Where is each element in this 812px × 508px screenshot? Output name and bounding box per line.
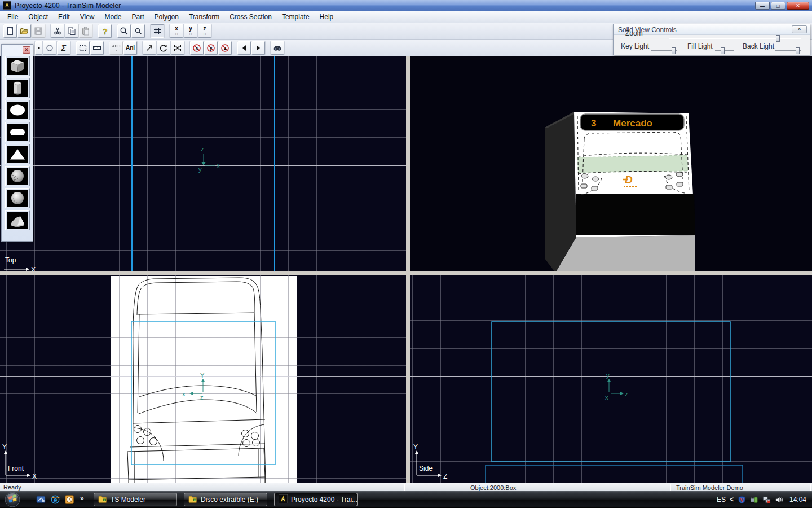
taskbar-button-proyecto-4200-trai-[interactable]: Proyecto 4200 - Trai... (274, 493, 358, 506)
save-button[interactable] (32, 24, 45, 38)
mirror-y-button[interactable]: y↔ (184, 24, 197, 38)
back-light-slider-thumb[interactable] (796, 47, 800, 54)
move-button[interactable] (143, 41, 156, 55)
menu-item-mode[interactable]: Mode (100, 12, 127, 22)
internet-explorer-icon[interactable]: e (50, 494, 61, 505)
origin-axis-marker: y x z (602, 371, 632, 401)
quick-launch-overflow-chevron[interactable]: » (80, 494, 84, 502)
svg-text:x: x (605, 394, 608, 401)
palette-close-icon[interactable]: ✕ (23, 46, 30, 54)
svg-text:y: y (606, 372, 610, 379)
menu-item-file[interactable]: File (2, 12, 23, 22)
taskbar-button-disco-extra-ble-e-[interactable]: Disco extraíble (E:) (184, 493, 267, 506)
close-button[interactable]: ✕ (787, 2, 809, 10)
back-light-slider-track[interactable] (775, 50, 801, 51)
new-button[interactable] (3, 24, 17, 38)
copy-button[interactable] (65, 24, 78, 38)
status-object-panel: Object:2000:Box (467, 484, 671, 491)
svc-close-icon[interactable]: ✕ (792, 25, 807, 33)
taskbar-button-ts-modeler[interactable]: TS Modeler (94, 493, 177, 506)
svc-title-bar[interactable]: Solid View Controls ✕ (614, 24, 810, 35)
next-button[interactable] (251, 41, 265, 55)
viewport-side[interactable]: y x z Y Side Z (410, 275, 812, 483)
start-button[interactable] (5, 492, 20, 507)
svg-text:V: V (740, 497, 744, 502)
animation-button[interactable]: Ani (123, 41, 137, 55)
palette-item-sphere[interactable] (5, 188, 30, 208)
add-point-button[interactable]: ADD▪ (109, 41, 123, 55)
minimize-button[interactable]: ▬ (755, 2, 770, 10)
spline-button[interactable]: Σ (57, 41, 70, 55)
key-light-slider-track[interactable] (651, 50, 677, 51)
menu-item-object[interactable]: Object (23, 12, 53, 22)
show-desktop-icon[interactable] (36, 494, 47, 505)
origin-axis-marker: Y x z (179, 371, 210, 401)
svg-text:x: x (182, 391, 186, 397)
zoom-slider-thumb[interactable] (776, 35, 780, 42)
zoom-slider-track[interactable] (669, 38, 801, 39)
palette-item-cylinder[interactable] (5, 78, 30, 98)
lock-y-button[interactable]: y (204, 41, 218, 55)
bus-model: 3 Mercado (410, 56, 812, 271)
title-bar: Proyecto 4200 - TrainSim Modeler ▬ ▢ ✕ (0, 0, 812, 11)
menu-item-edit[interactable]: Edit (53, 12, 75, 22)
palette-item-capsule[interactable] (5, 122, 30, 142)
svg-text:3: 3 (591, 118, 596, 129)
taskbar-clock[interactable]: 14:04 (789, 496, 806, 503)
fill-light-slider-thumb[interactable] (721, 47, 725, 54)
clock-launcher-icon[interactable] (64, 494, 75, 505)
power-plug-icon[interactable] (750, 496, 758, 504)
help-button[interactable]: ? (98, 24, 112, 38)
fill-light-slider-track[interactable] (715, 50, 734, 51)
trainsim-modeler-window: Proyecto 4200 - TrainSim Modeler ▬ ▢ ✕ F… (0, 0, 812, 491)
rotate-button[interactable] (157, 41, 170, 55)
svg-text:Y: Y (200, 372, 205, 379)
maximize-button[interactable]: ▢ (771, 2, 785, 10)
antivirus-shield-icon[interactable]: V (738, 496, 746, 504)
menu-item-part[interactable]: Part (127, 12, 149, 22)
find-button[interactable] (271, 41, 284, 55)
viewport-solid-3d[interactable]: 3 Mercado (410, 56, 812, 271)
language-indicator[interactable]: ES (717, 496, 726, 503)
lock-z-button[interactable]: z (218, 41, 232, 55)
status-message: Ready (3, 484, 21, 491)
menu-item-polygon[interactable]: Polygon (149, 12, 184, 22)
viewport-top[interactable]: z y x Top X (0, 56, 406, 271)
circle-button[interactable] (43, 41, 56, 55)
palette-item-sphere-flat[interactable] (5, 100, 30, 120)
svg-text:z: z (625, 391, 628, 397)
palette-item-box[interactable] (5, 56, 30, 76)
app-icon (3, 1, 11, 10)
viewport-front[interactable]: Y x z Y Front X (0, 275, 406, 483)
menu-item-transform[interactable]: Transform (184, 12, 224, 22)
taskbar: e » TS ModelerDisco extraíble (E:)Proyec… (0, 491, 812, 508)
open-button[interactable] (17, 24, 31, 38)
palette-item-hemisphere[interactable] (5, 210, 30, 230)
viewport-label-top: Top X (2, 255, 42, 271)
scale-button[interactable] (171, 41, 184, 55)
menu-item-cross-section[interactable]: Cross Section (224, 12, 277, 22)
lock-x-button[interactable]: x (190, 41, 204, 55)
grid-toggle-button[interactable] (151, 24, 164, 38)
key-light-slider-thumb[interactable] (672, 47, 676, 54)
measure-button[interactable] (90, 41, 104, 55)
mirror-x-button[interactable]: x↔ (170, 24, 183, 38)
point-button[interactable] (35, 41, 42, 55)
zoom-in-button[interactable] (117, 24, 131, 38)
marquee-select-button[interactable] (76, 41, 90, 55)
previous-button[interactable] (237, 41, 251, 55)
paste-button[interactable] (79, 24, 92, 38)
tray-expand-chevron[interactable]: < (730, 496, 734, 503)
zoom-out-button[interactable] (131, 24, 145, 38)
menu-item-template[interactable]: Template (277, 12, 315, 22)
network-disconnected-icon[interactable] (762, 496, 771, 504)
svg-text:Y: Y (413, 443, 418, 451)
menu-item-help[interactable]: Help (315, 12, 339, 22)
palette-item-geosphere[interactable] (5, 166, 30, 186)
mirror-z-button[interactable]: z↔ (198, 24, 211, 38)
palette-item-cone[interactable] (5, 144, 30, 164)
volume-icon[interactable] (775, 496, 783, 504)
palette-title-bar[interactable]: ✕ (2, 45, 33, 55)
cut-button[interactable] (51, 24, 64, 38)
menu-item-view[interactable]: View (75, 12, 100, 22)
